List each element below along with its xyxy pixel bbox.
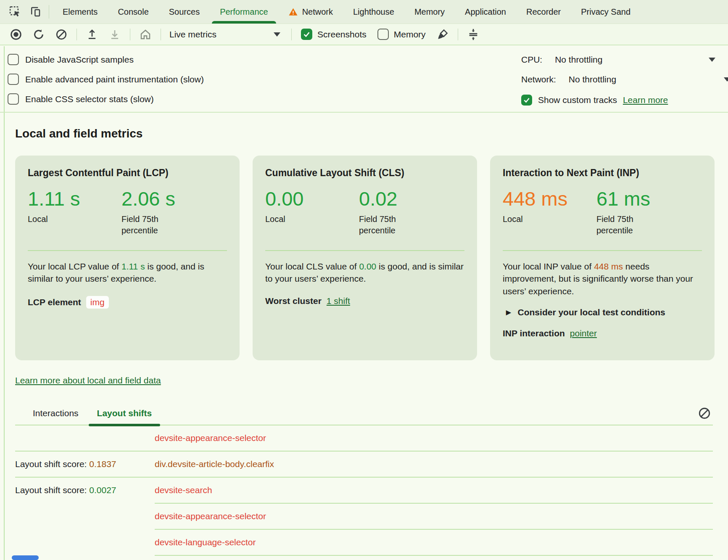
screenshots-checkbox[interactable] [301, 29, 312, 40]
network-throttling-select[interactable]: Network: No throttling [521, 69, 728, 89]
upload-icon [86, 28, 98, 41]
metric-description-text: Your local CLS value of [265, 262, 359, 271]
tab-elements[interactable]: Elements [53, 0, 108, 24]
card-divider [265, 250, 464, 251]
tab-label: Recorder [526, 7, 561, 17]
load-profile-button[interactable] [81, 26, 103, 43]
metric-card-title: Cumulative Layout Shift (CLS) [265, 167, 464, 179]
layout-shift-row: Layout shift score: 0.0027devsite-search [15, 478, 713, 503]
interactions-log: InteractionsLayout shifts devsite-appear… [15, 408, 713, 560]
collapse-button[interactable] [462, 26, 484, 43]
enable-advanced-paint-instrumentation-slow--checkbox[interactable] [8, 74, 19, 85]
metric-description: Your local INP value of 448 ms needs imp… [503, 260, 702, 297]
local-value: 1.11 s [28, 188, 121, 210]
tab-label: Application [465, 7, 506, 17]
throttling-controls: CPU: No throttling Network: No throttlin… [521, 50, 728, 111]
tab-lighthouse[interactable]: Lighthouse [343, 0, 404, 24]
tab-performance[interactable]: Performance [210, 0, 278, 24]
field-data-learn-more-link[interactable]: Learn more about local and field data [15, 375, 161, 386]
layout-shift-row: devsite-language-selector [15, 530, 713, 555]
footer-link[interactable]: pointer [570, 328, 597, 338]
memory-toggle[interactable]: Memory [372, 29, 431, 40]
score-value: 0.1837 [89, 459, 116, 469]
setting-label: Enable CSS selector stats (slow) [25, 94, 154, 104]
shifted-element-link[interactable]: devsite-appearance-selector [155, 511, 713, 521]
metric-description-value: 1.11 s [121, 262, 145, 271]
shifted-element-link[interactable]: devsite-language-selector [155, 537, 713, 547]
panel-mode-select[interactable]: Live metrics [165, 26, 287, 43]
field-value-column: 2.06 sField 75th percentile [121, 188, 175, 250]
reload-and-record-button[interactable] [28, 26, 50, 43]
home-icon [139, 28, 152, 41]
field-value: 2.06 s [121, 188, 175, 210]
show-custom-tracks-checkbox[interactable] [521, 95, 532, 106]
local-test-conditions-disclosure[interactable]: ▶Consider your local test conditions [503, 307, 702, 317]
tab-memory[interactable]: Memory [404, 0, 455, 24]
enable-css-selector-stats-slow--checkbox[interactable] [8, 93, 19, 105]
gc-button[interactable] [432, 26, 454, 43]
panel-mode-label: Live metrics [169, 29, 216, 40]
clear-icon [55, 28, 68, 41]
footer-link[interactable]: 1 shift [327, 296, 350, 306]
download-icon [108, 28, 121, 41]
metric-card-title: Interaction to Next Paint (INP) [503, 167, 702, 179]
record-button[interactable] [5, 26, 27, 43]
clear-log-button[interactable] [698, 407, 711, 420]
performance-toolbar: Live metrics Screenshots Memory [0, 24, 728, 45]
local-value: 448 ms [503, 188, 596, 210]
log-tab-layout-shifts[interactable]: Layout shifts [88, 408, 161, 425]
page-title: Local and field metrics [15, 127, 713, 140]
tab-sources[interactable]: Sources [159, 0, 210, 24]
inspect-element-button[interactable] [5, 0, 25, 24]
tab-network[interactable]: Network [278, 0, 343, 24]
field-value-label: Field 75th percentile [359, 214, 411, 236]
chevron-down-icon [709, 58, 715, 62]
show-custom-tracks-row: Show custom tracks Learn more [521, 89, 728, 111]
pane-left-border [4, 46, 5, 560]
device-toolbar-icon [29, 5, 42, 18]
cpu-throttling-select[interactable]: CPU: No throttling [521, 50, 728, 69]
log-tab-interactions[interactable]: Interactions [24, 408, 88, 425]
local-value-column: 0.00Local [265, 188, 359, 250]
card-divider [28, 250, 227, 251]
shifted-element-link[interactable]: devsite-search [155, 485, 713, 495]
layout-shift-score-cell: Layout shift score: 0.0027 [15, 485, 155, 495]
metric-description-value: 448 ms [594, 262, 623, 271]
layout-shift-row: div.devsite-floating-action-buttons [15, 556, 713, 560]
score-value: 0.0027 [89, 485, 116, 495]
disable-javascript-samples-checkbox[interactable] [8, 54, 19, 65]
home-button[interactable] [135, 26, 156, 43]
save-profile-button[interactable] [104, 26, 126, 43]
metric-card-cls: Cumulative Layout Shift (CLS)0.00Local0.… [253, 156, 477, 360]
metric-card-lcp: Largest Contentful Paint (LCP)1.11 sLoca… [15, 156, 240, 360]
local-value-label: Local [28, 214, 121, 225]
tab-recorder[interactable]: Recorder [516, 0, 571, 24]
tab-application[interactable]: Application [455, 0, 516, 24]
local-value-label: Local [503, 214, 596, 225]
horizontal-scrollbar-thumb[interactable] [12, 555, 39, 560]
screenshots-toggle[interactable]: Screenshots [296, 29, 372, 40]
memory-checkbox[interactable] [377, 29, 389, 40]
learn-more-link[interactable]: Learn more [623, 95, 668, 105]
disclosure-label: Consider your local test conditions [518, 307, 665, 317]
tab-label: Elements [63, 7, 98, 17]
score-label: Layout shift score: [15, 485, 89, 495]
metric-description-value: 0.00 [359, 262, 376, 271]
cpu-value: No throttling [555, 55, 602, 65]
tab-console[interactable]: Console [108, 0, 158, 24]
tab-privacy-sand[interactable]: Privacy Sand [571, 0, 641, 24]
setting-label: Enable advanced paint instrumentation (s… [25, 74, 204, 85]
shifted-element-link[interactable]: div.devsite-article-body.clearfix [155, 459, 713, 469]
tab-label: Lighthouse [353, 7, 394, 17]
device-toolbar-button[interactable] [25, 0, 45, 24]
element-chip[interactable]: img [86, 296, 109, 309]
tab-label: Memory [414, 7, 445, 17]
brush-icon [436, 28, 449, 41]
metric-description: Your local LCP value of 1.11 s is good, … [28, 260, 227, 285]
shifted-element-link[interactable]: devsite-appearance-selector [155, 433, 713, 443]
metric-description-text: Your local INP value of [503, 262, 594, 271]
layout-shift-row: devsite-appearance-selector [15, 504, 713, 529]
divider [458, 29, 458, 40]
clear-button[interactable] [50, 26, 72, 43]
tab-label: Console [118, 7, 148, 17]
